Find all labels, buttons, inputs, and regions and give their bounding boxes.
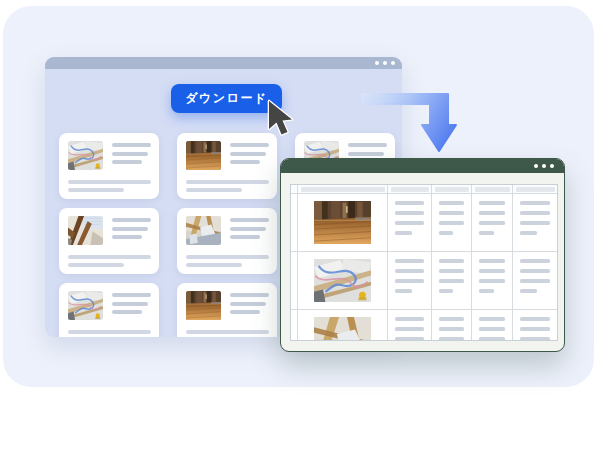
card-title-lines bbox=[230, 291, 269, 320]
sheet-data-cell[interactable] bbox=[513, 194, 557, 252]
corner-header-cell[interactable] bbox=[291, 185, 298, 194]
photo-card[interactable] bbox=[59, 208, 159, 274]
card-title-lines bbox=[230, 141, 269, 170]
column-header-cell[interactable] bbox=[388, 185, 432, 194]
cell-text-line bbox=[479, 211, 505, 215]
cell-text-line bbox=[439, 201, 464, 205]
sheet-data-cell[interactable] bbox=[513, 252, 557, 310]
cell-text-line bbox=[479, 337, 505, 341]
cell-text-line bbox=[439, 221, 464, 225]
cell-text-line bbox=[395, 317, 424, 321]
cell-text-line bbox=[395, 221, 424, 225]
photo-card[interactable] bbox=[177, 133, 277, 199]
photo-pipes bbox=[68, 291, 103, 320]
cell-text-line bbox=[479, 259, 505, 263]
photo-card[interactable] bbox=[59, 133, 159, 199]
window-control-dot[interactable] bbox=[383, 61, 387, 65]
cell-text-line bbox=[395, 289, 412, 293]
column-header-cell[interactable] bbox=[298, 185, 388, 194]
row-header-cell[interactable] bbox=[291, 252, 298, 310]
card-description-lines bbox=[177, 170, 277, 192]
photo-floor bbox=[314, 201, 371, 244]
card-description-lines bbox=[177, 245, 277, 267]
window-control-dot[interactable] bbox=[542, 164, 546, 168]
cell-text-line bbox=[439, 327, 464, 331]
browser-titlebar bbox=[45, 57, 402, 69]
photo-card[interactable] bbox=[177, 208, 277, 274]
column-header-cell[interactable] bbox=[513, 185, 557, 194]
cell-text-line bbox=[395, 259, 424, 263]
sheet-data-cell[interactable] bbox=[472, 310, 513, 341]
cell-text-line bbox=[439, 269, 464, 273]
cell-text-line bbox=[520, 231, 537, 235]
cell-text-line bbox=[395, 337, 424, 341]
sheet-data-cell[interactable] bbox=[388, 310, 432, 341]
cell-text-line bbox=[439, 317, 464, 321]
cell-text-line bbox=[479, 279, 505, 283]
cell-text-line bbox=[479, 317, 505, 321]
window-control-dot[interactable] bbox=[550, 164, 554, 168]
cell-text-line bbox=[520, 289, 537, 293]
card-description-lines bbox=[59, 320, 159, 337]
cell-text-line bbox=[479, 201, 505, 205]
card-title-lines bbox=[112, 216, 151, 245]
cell-text-line bbox=[479, 327, 505, 331]
cell-text-line bbox=[520, 327, 550, 331]
cell-text-line bbox=[520, 221, 550, 225]
cell-text-line bbox=[520, 259, 550, 263]
spreadsheet-window-dots bbox=[534, 164, 554, 168]
cell-text-line bbox=[395, 201, 424, 205]
photo-card[interactable] bbox=[177, 283, 277, 337]
sheet-header-row bbox=[291, 185, 557, 194]
row-header-cell[interactable] bbox=[291, 194, 298, 252]
photo-floor bbox=[186, 291, 221, 320]
window-control-dot[interactable] bbox=[534, 164, 538, 168]
cell-text-line bbox=[520, 201, 550, 205]
row-header-cell[interactable] bbox=[291, 310, 298, 341]
sheet-data-cell[interactable] bbox=[432, 194, 472, 252]
cell-text-line bbox=[520, 211, 550, 215]
cell-text-line bbox=[520, 269, 550, 273]
sheet-row bbox=[291, 252, 557, 310]
photo-card[interactable] bbox=[59, 283, 159, 337]
cell-text-line bbox=[395, 211, 424, 215]
cell-text-line bbox=[439, 211, 464, 215]
sheet-data-cell[interactable] bbox=[432, 252, 472, 310]
card-description-lines bbox=[59, 245, 159, 267]
card-description-lines bbox=[177, 320, 277, 337]
cell-text-line bbox=[439, 231, 453, 235]
sheet-data-cell[interactable] bbox=[388, 252, 432, 310]
sheet-data-cell[interactable] bbox=[472, 252, 513, 310]
cell-text-line bbox=[395, 279, 424, 283]
photo-pipes bbox=[314, 259, 371, 302]
cell-text-line bbox=[520, 279, 550, 283]
window-control-dot[interactable] bbox=[375, 61, 379, 65]
sheet-row bbox=[291, 194, 557, 252]
cell-text-line bbox=[439, 337, 464, 341]
spreadsheet-titlebar bbox=[281, 159, 564, 173]
cell-text-line bbox=[439, 289, 453, 293]
sheet-row bbox=[291, 310, 557, 341]
column-header-cell[interactable] bbox=[472, 185, 513, 194]
download-arrow-icon bbox=[350, 85, 480, 165]
sheet-data-cell[interactable] bbox=[472, 194, 513, 252]
photo-framing-light bbox=[314, 317, 371, 341]
sheet-photo-cell[interactable] bbox=[298, 194, 388, 252]
cell-text-line bbox=[479, 289, 494, 293]
card-title-lines bbox=[230, 216, 269, 245]
cell-text-line bbox=[439, 259, 464, 263]
column-header-cell[interactable] bbox=[432, 185, 472, 194]
sheet-photo-cell[interactable] bbox=[298, 310, 388, 341]
cell-text-line bbox=[520, 337, 550, 341]
sheet-data-cell[interactable] bbox=[388, 194, 432, 252]
cell-text-line bbox=[395, 269, 424, 273]
sheet-data-cell[interactable] bbox=[513, 310, 557, 341]
photo-framing-dark bbox=[68, 216, 103, 245]
sheet-photo-cell[interactable] bbox=[298, 252, 388, 310]
sheet-table bbox=[290, 184, 558, 341]
sheet-data-cell[interactable] bbox=[432, 310, 472, 341]
window-control-dot[interactable] bbox=[391, 61, 395, 65]
card-title-lines bbox=[112, 141, 151, 170]
cell-text-line bbox=[439, 279, 464, 283]
card-title-lines bbox=[112, 291, 151, 320]
